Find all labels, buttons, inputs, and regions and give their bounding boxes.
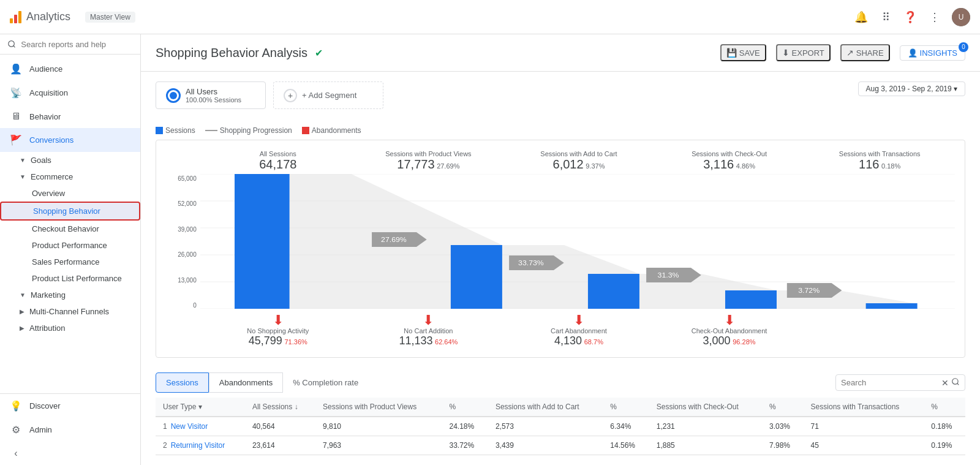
top-nav: Analytics Master View 🔔 ⠿ ❓ ⋮ U xyxy=(0,0,980,34)
svg-rect-15 xyxy=(451,245,502,309)
overview-label: Overview xyxy=(32,189,65,198)
avatar[interactable]: U xyxy=(952,8,970,26)
account-name[interactable]: Master View xyxy=(85,12,135,23)
search-input[interactable] xyxy=(21,40,133,49)
nav-product-list[interactable]: Product List Performance xyxy=(0,270,140,287)
nav-checkout-behavior[interactable]: Checkout Behavior xyxy=(0,221,140,237)
svg-rect-18 xyxy=(588,274,639,309)
col-pct2: % xyxy=(603,398,649,417)
abandon-row: ⬇ No Shopping Activity 45,799 71.36% ⬇ N… xyxy=(203,314,955,347)
admin-label: Admin xyxy=(29,425,52,434)
nav-shopping-behavior[interactable]: Shopping Behavior xyxy=(0,202,140,221)
sidebar-label-behavior: Behavior xyxy=(29,112,61,121)
top-nav-actions: 🔔 ⠿ ❓ ⋮ U xyxy=(854,8,970,26)
sidebar-item-audience[interactable]: 👤 Audience xyxy=(0,57,140,81)
sidebar-bottom: 💡 Discover ⚙ Admin ‹ xyxy=(0,393,140,465)
svg-rect-14 xyxy=(235,174,290,309)
tab-abandonments[interactable]: Abandonments xyxy=(209,372,283,393)
verified-badge: ✔ xyxy=(315,47,323,59)
funnel-visual-area: 65,000 52,000 39,000 26,000 13,000 0 xyxy=(166,174,955,309)
sidebar-item-behavior[interactable]: 🖥 Behavior xyxy=(0,105,140,128)
sidebar-label-acquisition: Acquisition xyxy=(29,88,68,97)
tab-sessions[interactable]: Sessions xyxy=(156,372,209,393)
nav-overview[interactable]: Overview xyxy=(0,185,140,202)
product-list-label: Product List Performance xyxy=(32,274,122,283)
notifications-icon[interactable]: 🔔 xyxy=(854,10,869,25)
attribution-section[interactable]: ▶ Attribution xyxy=(0,320,140,336)
main-content: Shopping Behavior Analysis ✔ 💾 SAVE ⬇ EX… xyxy=(141,34,980,465)
abandon-count-2: 4,130 68.7% xyxy=(554,335,603,347)
sidebar-item-admin[interactable]: ⚙ Admin xyxy=(0,418,140,442)
cell-pct2: 6.34% xyxy=(603,417,649,436)
header-actions: 💾 SAVE ⬇ EXPORT ↗ SHARE 👤 INSIGHTS 0 xyxy=(720,44,965,61)
share-icon: ↗ xyxy=(846,48,854,58)
table-body: 1New Visitor 40,564 9,810 24.18% 2,573 6… xyxy=(156,417,965,455)
svg-text:3.72%: 3.72% xyxy=(798,287,820,294)
content-area: All Users 100.00% Sessions + + Add Segme… xyxy=(141,72,980,465)
sidebar-item-acquisition[interactable]: 📡 Acquisition xyxy=(0,81,140,105)
ecommerce-section[interactable]: ▼ Ecommerce xyxy=(0,168,140,185)
svg-text:33.73%: 33.73% xyxy=(518,259,544,267)
nav-product-performance[interactable]: Product Performance xyxy=(0,237,140,254)
share-button[interactable]: ↗ SHARE xyxy=(840,44,890,61)
col-pct4: % xyxy=(924,398,965,417)
goals-chevron: ▼ xyxy=(20,157,26,164)
segment-circle xyxy=(166,88,181,103)
admin-icon: ⚙ xyxy=(10,424,22,436)
logo-bar-2 xyxy=(14,15,17,23)
page-header: Shopping Behavior Analysis ✔ 💾 SAVE ⬇ EX… xyxy=(141,34,980,72)
user-type-filter-icon[interactable]: ▾ xyxy=(198,403,202,411)
logo-bars xyxy=(10,11,21,23)
svg-text:U: U xyxy=(959,13,964,21)
save-button[interactable]: 💾 SAVE xyxy=(720,44,766,61)
col-user-type[interactable]: User Type ▾ xyxy=(156,398,245,417)
insights-button[interactable]: 👤 INSIGHTS 0 xyxy=(900,45,965,61)
sessions-color xyxy=(156,127,163,134)
export-button[interactable]: ⬇ EXPORT xyxy=(776,44,831,61)
more-icon[interactable]: ⋮ xyxy=(927,10,942,25)
abandon-arrow-2: ⬇ xyxy=(573,314,584,327)
search-clear-icon[interactable]: ✕ xyxy=(941,378,949,388)
marketing-section[interactable]: ▼ Marketing xyxy=(0,287,140,303)
col-all-sessions[interactable]: All Sessions ↓ xyxy=(245,398,315,417)
cell-user-type: 2Returning Visitor xyxy=(156,436,245,455)
sidebar-collapse[interactable]: ‹ xyxy=(0,442,140,465)
legend-abandonments: Abandonments xyxy=(302,126,361,135)
sidebar-search[interactable] xyxy=(0,34,140,55)
add-segment-label[interactable]: + Add Segment xyxy=(302,91,356,100)
svg-line-28 xyxy=(957,384,959,385)
col-product-views[interactable]: Sessions with Product Views xyxy=(315,398,442,417)
sidebar-item-conversions[interactable]: 🚩 Conversions xyxy=(0,128,140,152)
abandon-count-0: 45,799 71.36% xyxy=(249,335,307,347)
cell-product-views: 9,810 xyxy=(315,417,442,436)
sidebar-item-discover[interactable]: 💡 Discover xyxy=(0,394,140,418)
segment-all-users[interactable]: All Users 100.00% Sessions xyxy=(156,81,266,109)
cell-all-sessions: 40,564 xyxy=(245,417,315,436)
search-submit-icon[interactable] xyxy=(951,377,960,388)
table-tabs: Sessions Abandonments % Completion rate xyxy=(156,372,368,393)
col-checkout[interactable]: Sessions with Check-Out xyxy=(649,398,762,417)
add-segment[interactable]: + + Add Segment xyxy=(273,81,383,109)
help-icon[interactable]: ❓ xyxy=(903,10,918,25)
table-header-row: User Type ▾ All Sessions ↓ Sessions with… xyxy=(156,398,965,417)
table-search-input[interactable] xyxy=(841,378,939,387)
goals-section[interactable]: ▼ Goals xyxy=(0,152,140,168)
cell-pct3: 7.98% xyxy=(762,436,804,455)
tab-completion[interactable]: % Completion rate xyxy=(283,373,368,392)
date-range-button[interactable]: Aug 3, 2019 - Sep 2, 2019 ▾ xyxy=(858,81,965,96)
cell-all-sessions: 23,614 xyxy=(245,436,315,455)
svg-line-3 xyxy=(13,46,15,48)
table-search[interactable]: ✕ xyxy=(835,374,965,391)
multi-channel-section[interactable]: ▶ Multi-Channel Funnels xyxy=(0,303,140,320)
step-label-0: All Sessions 64,178 xyxy=(203,150,353,172)
save-icon: 💾 xyxy=(726,48,737,58)
apps-icon[interactable]: ⠿ xyxy=(878,10,893,25)
col-add-to-cart[interactable]: Sessions with Add to Cart xyxy=(488,398,603,417)
cell-pct1: 24.18% xyxy=(442,417,488,436)
app-logo: Analytics xyxy=(10,10,70,23)
col-transactions[interactable]: Sessions with Transactions xyxy=(804,398,924,417)
abandon-col-1: ⬇ No Cart Addition 11,133 62.64% xyxy=(353,314,504,347)
cell-product-views: 7,963 xyxy=(315,436,442,455)
nav-sales-performance[interactable]: Sales Performance xyxy=(0,254,140,270)
segment-info: All Users 100.00% Sessions xyxy=(186,87,241,104)
